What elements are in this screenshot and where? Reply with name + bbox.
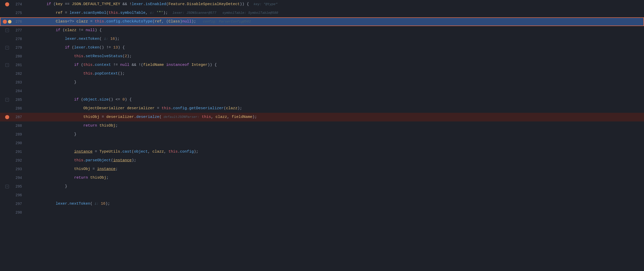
code-line-298: 298 bbox=[0, 208, 644, 217]
fold-279[interactable]: − bbox=[5, 46, 9, 50]
line-num-275: 275 bbox=[14, 9, 26, 17]
line-num-291: 291 bbox=[14, 147, 26, 156]
fold-281[interactable]: − bbox=[5, 63, 9, 67]
code-line-294: 294 return thisObj; bbox=[0, 174, 644, 182]
line-num-282: 282 bbox=[14, 69, 26, 78]
line-content-292: this.parseObject(instance); bbox=[26, 156, 644, 165]
line-num-278: 278 bbox=[14, 35, 26, 43]
gutter-283 bbox=[0, 78, 14, 87]
line-content-286: ObjectDeserializer deserializer = this.c… bbox=[26, 104, 644, 113]
line-content-276: Class<?> clazz = this.config.checkAutoTy… bbox=[26, 17, 644, 26]
code-line-296: 296 bbox=[0, 191, 644, 200]
code-line-282: 282 this.popContext(); bbox=[0, 69, 644, 78]
line-content-296 bbox=[26, 191, 644, 200]
gutter-287 bbox=[0, 113, 14, 121]
breakpoint-287[interactable] bbox=[5, 115, 9, 119]
line-content-278: lexer.nextToken( i: 16); bbox=[26, 35, 644, 43]
line-content-281: if (this.context != null && !(fieldName … bbox=[26, 61, 644, 69]
gutter-288 bbox=[0, 121, 14, 130]
line-content-282: this.popContext(); bbox=[26, 69, 644, 78]
line-num-280: 280 bbox=[14, 52, 26, 61]
gutter-274 bbox=[0, 0, 14, 9]
gutter-281: − bbox=[0, 61, 14, 69]
code-line-283: 283 } bbox=[0, 78, 644, 87]
gutter-294 bbox=[0, 174, 14, 182]
gutter-285: − bbox=[0, 95, 14, 104]
gutter-296 bbox=[0, 191, 14, 200]
code-line-285: − 285 if (object.size() <= 0) { bbox=[0, 95, 644, 104]
code-line-288: 288 return thisObj; bbox=[0, 121, 644, 130]
line-num-294: 294 bbox=[14, 174, 26, 182]
line-num-290: 290 bbox=[14, 139, 26, 147]
gutter-291 bbox=[0, 147, 14, 156]
gutter-278 bbox=[0, 35, 14, 43]
line-content-284 bbox=[26, 87, 644, 95]
gutter-275 bbox=[0, 9, 14, 17]
breakpoint-274[interactable] bbox=[5, 2, 9, 6]
line-content-283: } bbox=[26, 78, 644, 87]
line-num-286: 286 bbox=[14, 104, 26, 113]
gutter-297 bbox=[0, 200, 14, 208]
line-content-289: } bbox=[26, 130, 644, 139]
code-line-295: − 295 } bbox=[0, 182, 644, 191]
code-line-277: − 277 if (clazz != null) { bbox=[0, 26, 644, 35]
code-line-293: 293 thisObj = instance; bbox=[0, 165, 644, 174]
line-content-277: if (clazz != null) { bbox=[26, 26, 644, 35]
line-content-275: ref = lexer.scanSymbol(this.symbolTable,… bbox=[26, 9, 644, 17]
line-num-279: 279 bbox=[14, 43, 26, 52]
line-num-296: 296 bbox=[14, 191, 26, 200]
line-content-295: } bbox=[26, 182, 644, 191]
gutter-280 bbox=[0, 52, 14, 61]
code-line-275: 275 ref = lexer.scanSymbol(this.symbolTa… bbox=[0, 9, 644, 17]
gutter-293 bbox=[0, 165, 14, 174]
line-content-285: if (object.size() <= 0) { bbox=[26, 95, 644, 104]
line-num-298: 298 bbox=[14, 208, 26, 217]
line-num-277: 277 bbox=[14, 26, 26, 35]
line-content-290 bbox=[26, 139, 644, 147]
line-num-289: 289 bbox=[14, 130, 26, 139]
line-content-279: if (lexer.token() != 13) { bbox=[26, 43, 644, 52]
gutter-289 bbox=[0, 130, 14, 139]
line-num-284: 284 bbox=[14, 87, 26, 95]
line-num-281: 281 bbox=[14, 61, 26, 69]
line-content-287: thisObj = deserializer.deserialze( defau… bbox=[26, 113, 644, 121]
code-editor: 274 if (key == JSON.DEFAULT_TYPE_KEY && … bbox=[0, 0, 644, 271]
fold-295[interactable]: − bbox=[5, 185, 9, 188]
line-content-293: thisObj = instance; bbox=[26, 165, 644, 174]
line-num-276: 276 bbox=[14, 17, 26, 26]
line-content-291: instance = TypeUtils.cast(object, clazz,… bbox=[26, 147, 644, 156]
gutter-276 bbox=[0, 17, 14, 26]
fold-277[interactable]: − bbox=[5, 29, 9, 32]
code-line-289: 289 } bbox=[0, 130, 644, 139]
gutter-277: − bbox=[0, 26, 14, 35]
line-content-294: return thisObj; bbox=[26, 174, 644, 182]
breakpoint-276[interactable] bbox=[3, 20, 7, 24]
code-line-276: 276 Class<?> clazz = this.config.checkAu… bbox=[0, 17, 644, 26]
code-line-274: 274 if (key == JSON.DEFAULT_TYPE_KEY && … bbox=[0, 0, 644, 9]
code-line-286: 286 ObjectDeserializer deserializer = th… bbox=[0, 104, 644, 113]
code-line-279: − 279 if (lexer.token() != 13) { bbox=[0, 43, 644, 52]
gutter-282 bbox=[0, 69, 14, 78]
line-content-297: lexer.nextToken( i: 16); bbox=[26, 200, 644, 208]
fold-285[interactable]: − bbox=[5, 98, 9, 102]
line-num-283: 283 bbox=[14, 78, 26, 87]
code-line-297: 297 lexer.nextToken( i: 16); bbox=[0, 200, 644, 208]
code-line-281: − 281 if (this.context != null && !(fiel… bbox=[0, 61, 644, 69]
code-line-278: 278 lexer.nextToken( i: 16); bbox=[0, 35, 644, 43]
line-num-295: 295 bbox=[14, 182, 26, 191]
line-num-274: 274 bbox=[14, 0, 26, 9]
line-content-298 bbox=[26, 208, 644, 217]
debug-arrow-276 bbox=[8, 20, 12, 23]
gutter-284 bbox=[0, 87, 14, 95]
code-line-284: 284 bbox=[0, 87, 644, 95]
code-line-292: 292 this.parseObject(instance); bbox=[0, 156, 644, 165]
code-line-280: 280 this.setResolveStatus(2); bbox=[0, 52, 644, 61]
code-line-287: 287 thisObj = deserializer.deserialze( d… bbox=[0, 113, 644, 121]
line-num-297: 297 bbox=[14, 200, 26, 208]
line-num-292: 292 bbox=[14, 156, 26, 165]
gutter-292 bbox=[0, 156, 14, 165]
line-content-280: this.setResolveStatus(2); bbox=[26, 52, 644, 61]
gutter-290 bbox=[0, 139, 14, 147]
line-num-293: 293 bbox=[14, 165, 26, 174]
line-content-288: return thisObj; bbox=[26, 121, 644, 130]
